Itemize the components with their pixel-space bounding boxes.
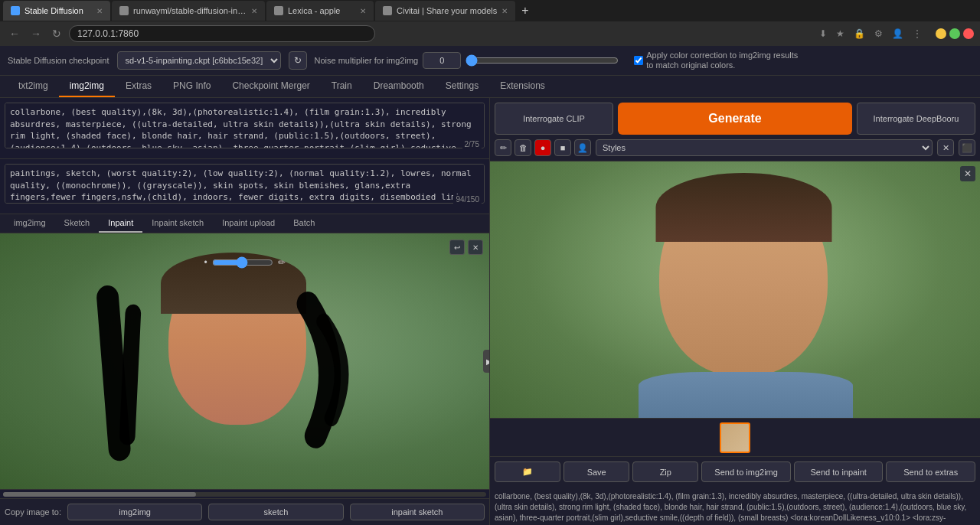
tab-lexica[interactable]: Lexica - apple ✕ [266, 1, 374, 21]
noise-slider[interactable] [466, 54, 619, 67]
copy-to-img2img-button[interactable]: img2img [67, 504, 202, 520]
tab-checkpoint-merger[interactable]: Checkpoint Merger [221, 76, 320, 97]
zip-button[interactable]: Zip [632, 461, 698, 482]
brush-icon-pencil: ✏ [278, 257, 286, 268]
browser-action-5[interactable]: 👤 [889, 27, 906, 41]
generate-area: Interrogate CLIP Generate Interrogate De… [490, 98, 980, 161]
copy-image-row: Copy image to: img2img sketch inpaint sk… [0, 498, 489, 525]
undo-button[interactable]: ↩ [449, 240, 465, 255]
tab-png-info[interactable]: PNG Info [162, 76, 221, 97]
style-icons: ✏ 🗑 ● ■ 👤 [495, 139, 591, 156]
brush-size-row: • ✏ [204, 256, 285, 269]
content: collarbone, (best quality),(8k, 3d),(pho… [0, 98, 980, 525]
browser-action-6[interactable]: ⋮ [910, 27, 925, 41]
clear-canvas-button[interactable]: ✕ [468, 240, 483, 255]
interrogate-clip-button[interactable]: Interrogate CLIP [495, 103, 613, 135]
top-toolbar: Stable Diffusion checkpoint sd-v1-5-inpa… [0, 46, 980, 76]
positive-prompt-input[interactable]: collarbone, (best quality),(8k, 3d),(pho… [5, 103, 485, 148]
noise-section: Noise multiplier for img2img [315, 52, 619, 69]
color-correct-checkbox[interactable] [634, 56, 643, 65]
interrogate-row: Interrogate CLIP Generate Interrogate De… [495, 103, 975, 135]
forward-button[interactable]: → [28, 26, 44, 41]
tab-stable-diffusion[interactable]: Stable Diffusion ✕ [3, 1, 110, 21]
result-container: ✕ [490, 161, 980, 418]
panel-collapse-handle[interactable]: ▶ [483, 350, 489, 373]
style-icon-dark[interactable]: ■ [554, 139, 571, 156]
style-icon-trash[interactable]: 🗑 [514, 139, 531, 156]
negative-prompt-area: paintings, sketch, (worst quality:2), (l… [0, 159, 489, 214]
noise-label: Noise multiplier for img2img [315, 56, 419, 65]
tab-dreambooth[interactable]: Dreambooth [363, 76, 435, 97]
thumbnail-strip [490, 418, 980, 456]
result-thumbnail[interactable] [720, 422, 750, 453]
color-correct-section: Apply color correction to img2img result… [634, 51, 799, 70]
main-nav: txt2img img2img Extras PNG Info Checkpoi… [0, 76, 980, 98]
folder-button[interactable]: 📁 [495, 461, 560, 482]
new-tab-button[interactable]: + [517, 4, 533, 18]
style-dropdown-button[interactable]: ✕ [937, 139, 954, 156]
close-tab-0[interactable]: ✕ [96, 7, 103, 15]
copy-to-sketch-button[interactable]: sketch [208, 504, 343, 520]
sub-tab-inpaint-sketch[interactable]: Inpaint sketch [142, 214, 213, 233]
generate-button[interactable]: Generate [618, 103, 852, 135]
style-select[interactable]: Styles [596, 139, 933, 156]
style-icon-edit[interactable]: ✏ [495, 139, 511, 156]
tab-civitai[interactable]: Civitai | Share your models ✕ [375, 1, 515, 21]
close-tab-2[interactable]: ✕ [360, 7, 366, 15]
sub-tab-img2img[interactable]: img2img [5, 214, 55, 233]
close-tab-1[interactable]: ✕ [251, 7, 257, 15]
sub-tab-batch[interactable]: Batch [284, 214, 324, 233]
copy-to-inpaint-sketch-button[interactable]: inpaint sketch [350, 504, 485, 520]
address-bar: ← → ↻ ⬇ ★ 🔒 ⚙ 👤 ⋮ [0, 21, 980, 46]
refresh-button[interactable]: ↻ [49, 26, 64, 41]
url-input[interactable] [69, 25, 375, 42]
send-to-extras-button[interactable]: Send to extras [886, 461, 975, 482]
sub-tab-inpaint-upload[interactable]: Inpaint upload [213, 214, 284, 233]
right-panel: Interrogate CLIP Generate Interrogate De… [490, 98, 980, 525]
send-to-inpaint-button[interactable]: Send to inpaint [794, 461, 884, 482]
checkpoint-select[interactable]: sd-v1-5-inpainting.ckpt [c6bbc15e32] [117, 51, 281, 70]
positive-prompt-counter: 2/75 [462, 139, 482, 149]
tab-train[interactable]: Train [321, 76, 363, 97]
tab-extras[interactable]: Extras [115, 76, 162, 97]
send-to-img2img-button[interactable]: Send to img2img [701, 461, 791, 482]
style-row: ✏ 🗑 ● ■ 👤 Styles ✕ ⬛ [495, 139, 975, 156]
minimize-button[interactable] [936, 28, 946, 39]
action-row: 📁 Save Zip Send to img2img Send to inpai… [490, 456, 980, 487]
browser-action-2[interactable]: ★ [833, 27, 848, 41]
sub-tab-inpaint[interactable]: Inpaint [99, 214, 142, 233]
copy-image-label: Copy image to: [5, 507, 61, 517]
interrogate-deepbooru-button[interactable]: Interrogate DeepBooru [857, 103, 975, 135]
back-button[interactable]: ← [6, 26, 23, 41]
browser-chrome: Stable Diffusion ✕ runwayml/stable-diffu… [0, 0, 980, 46]
noise-input[interactable] [423, 52, 461, 69]
style-apply-button[interactable]: ⬛ [959, 139, 975, 156]
tab-settings[interactable]: Settings [435, 76, 489, 97]
browser-action-4[interactable]: ⚙ [871, 27, 886, 41]
color-correct-label: Apply color correction to img2img result… [646, 51, 799, 70]
sub-tab-sketch[interactable]: Sketch [55, 214, 100, 233]
refresh-checkpoint-button[interactable]: ↻ [289, 51, 307, 70]
result-text: collarbone, (best quality),(8k, 3d),(pho… [490, 487, 980, 525]
close-window-button[interactable] [963, 28, 974, 39]
close-tab-3[interactable]: ✕ [501, 7, 508, 15]
tab-img2img[interactable]: img2img [59, 76, 115, 97]
close-result-button[interactable]: ✕ [960, 166, 975, 181]
positive-prompt-area: collarbone, (best quality),(8k, 3d),(pho… [0, 98, 489, 159]
style-icon-red[interactable]: ● [534, 139, 551, 156]
maximize-button[interactable] [949, 28, 960, 39]
canvas-container[interactable]: ↩ ✕ • ✏ ▶ [0, 233, 489, 489]
save-button[interactable]: Save [564, 461, 629, 482]
tab-bar: Stable Diffusion ✕ runwayml/stable-diffu… [0, 0, 980, 21]
browser-action-1[interactable]: ⬇ [816, 27, 830, 41]
tab-extensions[interactable]: Extensions [489, 76, 556, 97]
brush-icon-small: • [204, 257, 207, 268]
app: Stable Diffusion checkpoint sd-v1-5-inpa… [0, 46, 980, 525]
canvas-scrollbar[interactable] [0, 489, 489, 498]
browser-action-3[interactable]: 🔒 [851, 27, 868, 41]
tab-runwayml[interactable]: runwayml/stable-diffusion-inpa... ✕ [112, 1, 265, 21]
brush-size-slider[interactable] [212, 256, 273, 269]
negative-prompt-input[interactable]: paintings, sketch, (worst quality:2), (l… [5, 164, 485, 204]
tab-txt2img[interactable]: txt2img [8, 76, 59, 97]
style-icon-user[interactable]: 👤 [574, 139, 591, 156]
